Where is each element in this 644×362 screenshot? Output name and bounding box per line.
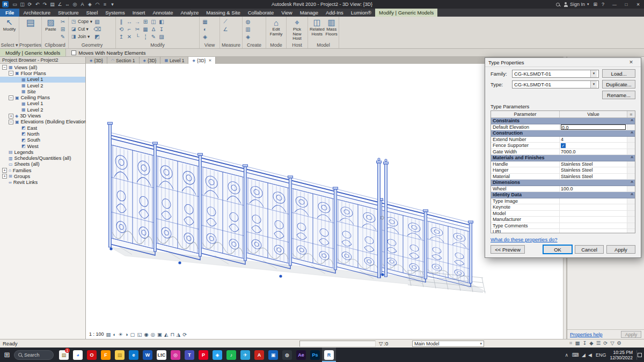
rotate-icon[interactable]: ⟲: [118, 25, 125, 33]
assembly-icon[interactable]: ◈: [244, 33, 252, 40]
select-links-icon[interactable]: ⌗: [569, 340, 572, 346]
worksets-box[interactable]: [299, 341, 376, 347]
associate-parameter-cell[interactable]: [627, 186, 635, 192]
minimize-button[interactable]: —: [609, 0, 620, 9]
select-by-face-icon[interactable]: ◆: [589, 340, 593, 346]
parameter-group-row[interactable]: Construction^: [491, 130, 635, 137]
navigation-icon[interactable]: ⟳: [182, 331, 187, 337]
parameter-row[interactable]: Manufacturer: [491, 217, 635, 223]
related-hosts-button[interactable]: ◫ Related Hosts: [310, 18, 325, 36]
close-button[interactable]: ✕: [632, 0, 644, 9]
associate-parameter-cell[interactable]: [627, 137, 635, 143]
default-3d-icon[interactable]: ◈: [201, 33, 209, 40]
keyboard-icon[interactable]: ⌨: [572, 352, 579, 358]
reveal-hidden-icon[interactable]: ◎: [151, 331, 155, 337]
copy-icon[interactable]: ⊞: [59, 25, 67, 33]
parameter-value[interactable]: Stainless Steel: [560, 167, 627, 173]
ribbon-tab[interactable]: View: [277, 9, 296, 17]
taskbar-app[interactable]: ▤: [113, 348, 127, 362]
duplicate-button[interactable]: Duplicate...: [602, 80, 635, 88]
taskbar-app[interactable]: ▣: [266, 348, 280, 362]
split-gap-icon[interactable]: ¦: [142, 33, 149, 40]
tree-expander[interactable]: −: [2, 65, 7, 70]
tree-item[interactable]: + ⌂ Families: [0, 167, 85, 173]
ribbon-tab[interactable]: Architecture: [19, 9, 54, 17]
ribbon-tab[interactable]: File: [0, 9, 19, 17]
visual-style-icon[interactable]: ◐: [113, 331, 116, 337]
cancel-button[interactable]: Cancel: [575, 245, 604, 254]
taskbar-app[interactable]: R: [322, 348, 336, 362]
angle-icon[interactable]: ∠: [222, 25, 229, 33]
copy-icon[interactable]: ⊞: [142, 18, 149, 25]
ribbon-tab[interactable]: Massing & Site: [202, 9, 244, 17]
maximize-button[interactable]: □: [620, 0, 632, 9]
parameter-value[interactable]: 0.0: [560, 124, 627, 130]
parameter-row[interactable]: Keynote: [491, 204, 635, 211]
taskbar-app[interactable]: Ae: [294, 348, 308, 362]
measure-length-icon[interactable]: ⟋: [222, 18, 229, 25]
associate-parameter-cell[interactable]: [627, 198, 635, 204]
tree-item[interactable]: − ▣ Floor Plans: [0, 70, 85, 76]
parameter-group-row[interactable]: Identity Data^: [491, 192, 635, 198]
collapse-chevron-icon[interactable]: ^: [631, 180, 633, 185]
tree-expander[interactable]: +: [2, 168, 7, 173]
ribbon-tab[interactable]: Collaborate: [244, 9, 278, 17]
tree-item[interactable]: ▦ Level 2: [0, 107, 85, 113]
delete-icon[interactable]: ✕: [126, 33, 133, 40]
column-header-parameter[interactable]: Parameter: [491, 111, 560, 117]
trim-corner-icon[interactable]: └: [134, 33, 141, 40]
tree-item[interactable]: − ▦ Views (all): [0, 64, 85, 70]
taskbar-app[interactable]: A: [252, 348, 266, 362]
crop-view-icon[interactable]: ▢: [130, 331, 135, 337]
parameter-value[interactable]: 100.0: [560, 186, 627, 192]
ribbon-tab[interactable]: Manage: [296, 9, 322, 17]
checkbox[interactable]: ✓: [561, 143, 566, 148]
tag-icon[interactable]: ◎: [71, 1, 78, 8]
view-tab[interactable]: ◈ {3D}: [86, 57, 107, 64]
view-tab[interactable]: ▦ Level 1: [160, 57, 188, 64]
action-center-button[interactable]: [636, 350, 642, 360]
chevron-up-icon[interactable]: ∧: [565, 352, 569, 358]
mirror-pick-icon[interactable]: ◫: [150, 18, 157, 25]
select-pinned-icon[interactable]: ↧: [582, 340, 587, 346]
panel-label-view[interactable]: View: [200, 42, 219, 48]
move-icon[interactable]: ↔: [126, 18, 133, 25]
ribbon-tab[interactable]: Lumion®: [347, 9, 375, 17]
paste-button[interactable]: ▨ Paste: [43, 18, 58, 32]
create-group-icon[interactable]: ▥: [244, 25, 252, 33]
combo-caret-icon[interactable]: ▾: [590, 70, 597, 77]
ribbon-tab[interactable]: Insert: [129, 9, 149, 17]
taskbar-app[interactable]: LtC: [155, 348, 169, 362]
taskbar-search[interactable]: Search: [14, 350, 54, 360]
pick-new-host-button[interactable]: ⌖ Pick New Host: [288, 18, 306, 41]
mass-floors-button[interactable]: ▥ Mass Floors: [326, 18, 338, 36]
mirror-axis-icon[interactable]: ◧: [158, 18, 165, 25]
parameter-value[interactable]: 7000.0: [560, 149, 627, 155]
taskbar-app[interactable]: O: [85, 348, 99, 362]
unpin-icon[interactable]: ↥: [118, 33, 125, 40]
join-button[interactable]: ◨ Join ▾: [70, 33, 92, 40]
filter-indicator[interactable]: ▽ :0: [379, 341, 388, 346]
edit-family-button[interactable]: ⌂ Edit Family: [268, 18, 284, 36]
dialog-title-bar[interactable]: Type Properties ✕: [485, 58, 641, 67]
parameter-row[interactable]: HangerStainless Steel: [491, 167, 635, 174]
project-browser-title[interactable]: Project Browser - Project2: [0, 57, 85, 64]
parameter-value[interactable]: [560, 223, 627, 229]
ok-button[interactable]: OK: [543, 245, 572, 254]
language-indicator[interactable]: ENG: [596, 352, 606, 358]
type-combobox[interactable]: CG-KLSMDT-01 ▾: [512, 80, 599, 88]
associate-parameter-cell[interactable]: [627, 217, 635, 223]
tree-item[interactable]: ◩ South: [0, 137, 85, 143]
panel-label-create[interactable]: Create: [243, 42, 266, 48]
collapse-chevron-icon[interactable]: ^: [631, 119, 633, 123]
associate-parameter-cell[interactable]: [627, 167, 635, 173]
paint-icon[interactable]: ▧: [93, 18, 101, 25]
offset-icon[interactable]: →: [134, 18, 141, 25]
settings-icon[interactable]: ⚙: [617, 340, 621, 346]
associate-parameter-cell[interactable]: [627, 223, 635, 229]
taskbar-app[interactable]: ◎: [169, 348, 182, 362]
tree-item[interactable]: ◩ West: [0, 143, 85, 149]
tree-expander[interactable]: −: [9, 95, 13, 100]
apply-button[interactable]: Apply: [606, 245, 635, 254]
ribbon-tab[interactable]: Structure: [54, 9, 83, 17]
